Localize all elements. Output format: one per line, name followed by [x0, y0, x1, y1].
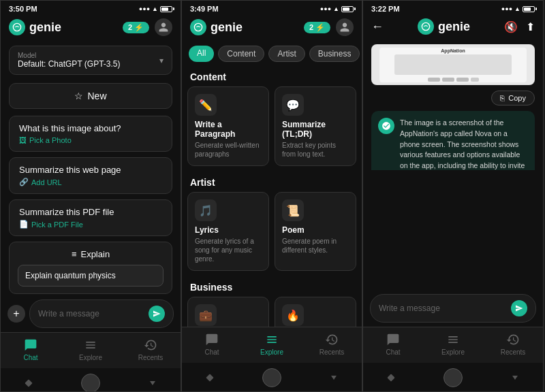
message-bar-3[interactable]: Write a message [370, 294, 536, 323]
photo-icon: 🖼 [19, 136, 27, 144]
back-hw-button-3[interactable] [387, 374, 394, 381]
logo-2: genie [190, 19, 243, 35]
home-hw-button-2[interactable] [262, 368, 281, 387]
chat-nav-icon-3 [386, 333, 400, 346]
recent-hw-button-2[interactable] [331, 376, 337, 380]
share-icon[interactable]: ⬆ [526, 20, 535, 33]
section-title-business: Business [187, 276, 356, 297]
nav-explore-2[interactable]: Explore [253, 333, 291, 356]
nav-explore-3[interactable]: Explore [435, 333, 472, 356]
status-icons-2: ●●● ▲ [320, 5, 354, 12]
home-hw-button-1[interactable] [81, 374, 100, 392]
top-nav-2: genie 2 ⚡ [182, 16, 362, 42]
nav-chat-1[interactable]: Chat [12, 338, 50, 361]
action-link-photo[interactable]: 🖼 Pick a Photo [19, 136, 162, 144]
panel-chat: 3:50 PM ●●● ▲ genie 2 ⚡ [0, 0, 181, 392]
bottom-nav-2: Chat Explore Recents [182, 327, 362, 363]
card-write-paragraph[interactable]: ✏️ Write a Paragraph Generate well-writt… [187, 86, 269, 166]
response-area: AppNation ⎘ Copy The image is a [363, 40, 543, 170]
nav-chat-2[interactable]: Chat [193, 333, 231, 356]
nav-explore-1[interactable]: Explore [72, 338, 110, 361]
preview-tags [428, 78, 479, 82]
audio-icon[interactable]: 🔇 [504, 20, 518, 33]
poem-icon: 📜 [282, 199, 304, 221]
ai-text: The image is a screenshot of the AppNati… [400, 118, 528, 170]
action-link-pdf[interactable]: 📄 Pick a PDF File [19, 220, 162, 229]
copy-icon: ⎘ [500, 94, 505, 102]
wifi-icon-1: ▲ [152, 5, 158, 12]
ai-response: The image is a screenshot of the AppNati… [371, 111, 535, 170]
recents-nav-label-2: Recents [320, 348, 345, 356]
recents-nav-icon-2 [325, 333, 339, 346]
wifi-icon-2: ▲ [333, 5, 339, 12]
top-nav-1: genie 2 ⚡ [1, 16, 181, 42]
signal-icon-1: ●●● [139, 5, 150, 12]
card-desc-poem: Generate poem in different styles. [282, 237, 349, 255]
tab-content[interactable]: Content [218, 46, 264, 62]
status-bar-2: 3:49 PM ●●● ▲ [182, 1, 362, 16]
status-bar-3: 3:22 PM ●●● ▲ [363, 1, 543, 16]
credits-badge-2[interactable]: 2 ⚡ [304, 22, 330, 33]
nav-chat-3[interactable]: Chat [375, 333, 412, 356]
chevron-down-icon: ▾ [159, 56, 164, 65]
ai-avatar [378, 118, 394, 134]
card-lyrics[interactable]: 🎵 Lyrics Generate lyrics of a song for a… [187, 192, 269, 271]
recent-hw-button-1[interactable] [150, 381, 155, 385]
new-section[interactable]: ☆ New [9, 83, 172, 109]
tab-all[interactable]: All [189, 46, 214, 62]
credits-badge-1[interactable]: 2 ⚡ [123, 22, 149, 33]
explain-header: ≡ Explain [18, 249, 164, 259]
copy-label: Copy [508, 94, 526, 102]
card-business-2[interactable]: 🔥 [275, 297, 356, 327]
logo-text-1: genie [29, 20, 61, 35]
explore-nav-icon-1 [84, 338, 97, 352]
battery-icon-1 [160, 6, 172, 12]
home-hw-button-3[interactable] [443, 368, 463, 387]
copy-button[interactable]: ⎘ Copy [491, 91, 535, 105]
action-card-image: What is this image about? 🖼 Pick a Photo [9, 116, 172, 152]
action-link-url[interactable]: 🔗 Add URL [19, 178, 162, 186]
logo-icon-1 [9, 19, 25, 35]
nav-actions-1: 2 ⚡ [123, 18, 172, 36]
card-poem[interactable]: 📜 Poem Generate poem in different styles… [275, 192, 356, 271]
preview-content [394, 54, 512, 75]
panel-detail: 3:22 PM ●●● ▲ ← genie 🔇 ⬆ [362, 0, 544, 392]
back-hw-button-2[interactable] [206, 374, 213, 381]
tab-business[interactable]: Business [309, 46, 360, 62]
explain-label: Explain [80, 249, 110, 259]
logo-text-3: genie [438, 20, 470, 34]
card-summarize[interactable]: 💬 Summarize (TL;DR) Extract key points f… [275, 86, 356, 166]
card-title-poem: Poem [282, 225, 349, 235]
send-button-1[interactable] [149, 306, 165, 322]
message-bar-1[interactable]: Write a message [29, 299, 174, 328]
logo-icon-2 [190, 19, 206, 35]
chat-nav-icon-1 [24, 338, 37, 352]
back-button[interactable]: ← [371, 20, 384, 34]
avatar-2[interactable] [336, 18, 354, 36]
model-selector[interactable]: Model Default: ChatGPT (GPT-3.5) ▾ [9, 46, 172, 75]
recent-hw-button-3[interactable] [512, 376, 518, 380]
avatar-1[interactable] [155, 18, 172, 36]
send-button-3[interactable] [511, 300, 527, 316]
chat-nav-icon-2 [205, 333, 219, 346]
add-button-1[interactable]: + [7, 305, 25, 323]
chat-nav-label-1: Chat [23, 354, 37, 361]
message-placeholder-1: Write a message [38, 309, 99, 318]
action-card-pdf: Summarize this PDF file 📄 Pick a PDF Fil… [9, 199, 172, 236]
artist-cards-grid: 🎵 Lyrics Generate lyrics of a song for a… [187, 192, 356, 271]
card-business-1[interactable]: 💼 [187, 297, 269, 327]
nav-recents-2[interactable]: Recents [313, 333, 351, 356]
tab-bar: All Content Artist Business [182, 42, 362, 66]
back-hw-button-1[interactable] [25, 379, 32, 387]
tab-artist[interactable]: Artist [268, 46, 305, 62]
nav-recents-3[interactable]: Recents [495, 333, 532, 356]
home-row-1 [1, 368, 181, 392]
card-desc-lyrics: Generate lyrics of a song for any music … [195, 237, 262, 263]
home-row-3 [363, 363, 543, 391]
svg-point-1 [194, 23, 202, 31]
explore-nav-label-1: Explore [79, 354, 102, 361]
status-icons-3: ●●● ▲ [501, 5, 535, 12]
explore-nav-label-3: Explore [441, 348, 465, 356]
explain-input[interactable] [18, 265, 164, 287]
nav-recents-1[interactable]: Recents [132, 338, 170, 361]
